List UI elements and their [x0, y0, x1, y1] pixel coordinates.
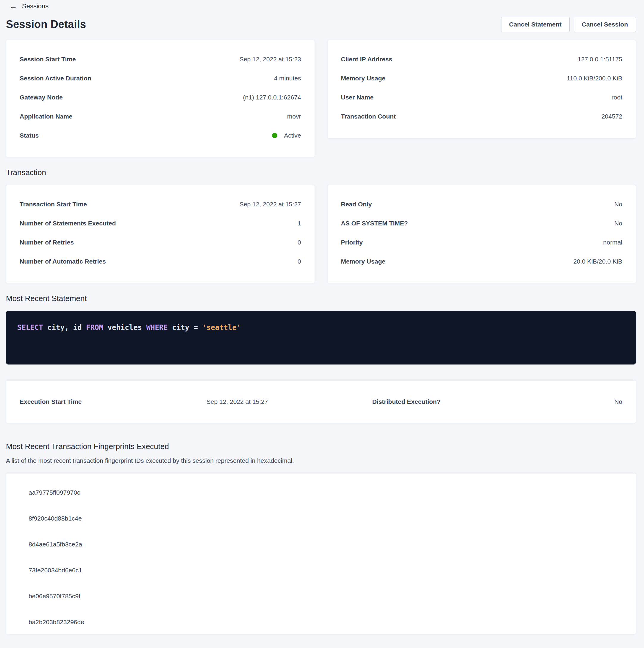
status-badge: Active [284, 132, 301, 139]
session-card-right: Client IP Address 127.0.0.1:51175 Memory… [327, 40, 636, 139]
fingerprint-item: 8f920c40d88b1c4e [28, 515, 622, 522]
retries-row: Number of Retries 0 [20, 239, 301, 246]
session-card-left: Session Start Time Sep 12, 2022 at 15:23… [6, 40, 315, 157]
row-label: Status [20, 132, 39, 139]
row-value: root [611, 94, 622, 101]
row-label: Gateway Node [20, 94, 63, 101]
execution-start-time-label: Execution Start Time [20, 398, 207, 405]
row-value: 4 minutes [274, 75, 301, 82]
session-summary-row: Session Start Time Sep 12, 2022 at 15:23… [6, 40, 636, 157]
execution-start-time-value: Sep 12, 2022 at 15:27 [207, 398, 372, 405]
transaction-card-left: Transaction Start Time Sep 12, 2022 at 1… [6, 185, 315, 283]
fingerprints-card: aa79775ff097970c 8f920c40d88b1c4e 8d4ae6… [6, 473, 636, 634]
transaction-section-heading: Transaction [6, 168, 636, 177]
row-label: Memory Usage [341, 75, 386, 82]
row-label: AS OF SYSTEM TIME? [341, 220, 408, 227]
memory-usage-row: Memory Usage 110.0 KiB/200.0 KiB [341, 75, 623, 82]
back-arrow-icon: ← [9, 3, 17, 9]
fingerprint-item: ba2b203b823296de [28, 618, 622, 626]
priority-row: Priority normal [341, 239, 623, 246]
automatic-retries-row: Number of Automatic Retries 0 [20, 258, 301, 265]
application-name-row: Application Name movr [20, 113, 301, 120]
statements-executed-row: Number of Statements Executed 1 [20, 220, 301, 227]
fingerprints-description: A list of the most recent transaction fi… [6, 457, 636, 464]
row-label: Memory Usage [341, 258, 386, 265]
client-ip-row: Client IP Address 127.0.0.1:51175 [341, 56, 623, 63]
distributed-execution-label: Distributed Execution? [372, 398, 538, 405]
row-label: Transaction Count [341, 113, 396, 120]
sql-keyword: SELECT [17, 323, 43, 332]
txn-memory-usage-row: Memory Usage 20.0 KiB/20.0 KiB [341, 258, 623, 265]
gateway-node-link[interactable]: (n1) 127.0.0.1:62674 [243, 94, 301, 101]
row-label: Number of Statements Executed [20, 220, 116, 227]
transaction-row: Transaction Start Time Sep 12, 2022 at 1… [6, 185, 636, 283]
fingerprint-item: 73fe26034bd6e6c1 [28, 567, 622, 574]
row-value: No [614, 220, 622, 227]
row-label: Number of Automatic Retries [20, 258, 106, 265]
sql-keyword: WHERE [147, 323, 168, 332]
session-active-duration-row: Session Active Duration 4 minutes [20, 75, 301, 82]
session-details-page: ← Sessions Session Details Cancel Statem… [0, 0, 644, 634]
row-value: movr [287, 113, 301, 120]
row-label: Client IP Address [341, 56, 393, 63]
row-label: Transaction Start Time [20, 201, 87, 208]
sql-text: vehicles [103, 323, 147, 332]
gateway-node-row: Gateway Node (n1) 127.0.0.1:62674 [20, 94, 301, 101]
row-label: Priority [341, 239, 363, 246]
row-label: Session Active Duration [20, 75, 92, 82]
row-value: 204572 [601, 113, 622, 120]
sql-keyword: FROM [86, 323, 103, 332]
page-title: Session Details [6, 18, 86, 31]
cancel-session-button[interactable]: Cancel Session [574, 17, 636, 32]
sql-text: city, id [43, 323, 86, 332]
fingerprint-item: aa79775ff097970c [28, 489, 622, 496]
row-label: User Name [341, 94, 374, 101]
row-value: No [614, 201, 622, 208]
row-value: Sep 12, 2022 at 15:23 [240, 56, 301, 63]
transaction-card-right: Read Only No AS OF SYSTEM TIME? No Prior… [327, 185, 636, 283]
as-of-system-time-row: AS OF SYSTEM TIME? No [341, 220, 623, 227]
row-value: 0 [298, 258, 301, 265]
statement-section-heading: Most Recent Statement [6, 294, 636, 303]
row-value: 0 [298, 239, 301, 246]
sql-statement-box: SELECT city, id FROM vehicles WHERE city… [6, 311, 636, 365]
execution-summary-card: Execution Start Time Sep 12, 2022 at 15:… [6, 380, 636, 423]
row-value: 110.0 KiB/200.0 KiB [567, 75, 622, 82]
back-link-label: Sessions [22, 2, 49, 10]
fingerprints-list: aa79775ff097970c 8f920c40d88b1c4e 8d4ae6… [28, 489, 622, 626]
row-label: Session Start Time [20, 56, 76, 63]
user-name-row: User Name root [341, 94, 623, 101]
title-bar: Session Details Cancel Statement Cancel … [6, 17, 636, 32]
transaction-count-row: Transaction Count 204572 [341, 113, 623, 120]
session-start-time-row: Session Start Time Sep 12, 2022 at 15:23 [20, 56, 301, 63]
row-value: 127.0.0.1:51175 [578, 56, 622, 63]
row-value: 1 [298, 220, 301, 227]
row-label: Read Only [341, 201, 372, 208]
fingerprint-item: 8d4ae61a5fb3ce2a [28, 541, 622, 548]
row-label: Number of Retries [20, 239, 74, 246]
cancel-statement-button[interactable]: Cancel Statement [501, 17, 570, 32]
row-value: 20.0 KiB/20.0 KiB [573, 258, 622, 265]
transaction-start-time-row: Transaction Start Time Sep 12, 2022 at 1… [20, 201, 301, 208]
action-buttons: Cancel Statement Cancel Session [501, 17, 636, 32]
fingerprints-section-heading: Most Recent Transaction Fingerprints Exe… [6, 442, 636, 451]
sql-text: city = [168, 323, 202, 332]
status-value: Active [272, 132, 301, 139]
back-to-sessions-link[interactable]: ← Sessions [6, 0, 49, 10]
status-active-dot-icon [272, 133, 277, 138]
sql-statement-text: SELECT city, id FROM vehicles WHERE city… [17, 323, 625, 332]
status-row: Status Active [20, 132, 301, 139]
row-value: Sep 12, 2022 at 15:27 [240, 201, 301, 208]
distributed-execution-value: No [538, 398, 623, 405]
fingerprint-item: be06e9570f785c9f [28, 593, 622, 599]
read-only-row: Read Only No [341, 201, 623, 208]
row-value: normal [603, 239, 622, 246]
row-label: Application Name [20, 113, 72, 120]
sql-string-literal: 'seattle' [202, 323, 241, 332]
